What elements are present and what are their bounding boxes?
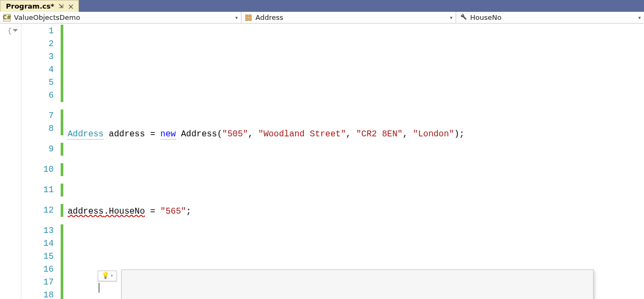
chevron-down-icon: ▾ [235, 15, 238, 20]
pin-icon[interactable]: ⇲ [58, 3, 63, 10]
line-number: 14 [21, 237, 54, 250]
quick-actions-lightbulb[interactable]: 💡 ▾ [98, 271, 117, 281]
type-label: Address [255, 13, 283, 21]
code-line: 💡 ▾ string Address.HouseNo { get; privat… [68, 269, 644, 282]
line-number: 10 [21, 163, 54, 176]
wrench-icon [459, 14, 467, 21]
change-tracking-margin [60, 24, 64, 299]
line-number: 17 [21, 276, 54, 289]
type-combo[interactable]: Address ▾ [241, 12, 456, 23]
line-number: 15 [21, 250, 54, 263]
line-number: 6 [21, 89, 54, 102]
chevron-down-icon: ▾ [111, 269, 113, 282]
code-surface[interactable]: Address address = new Address("505", "Wo… [64, 24, 644, 299]
line-number: 11 [21, 184, 54, 196]
navigation-bar: C# ValueObjectsDemo ▾ Address ▾ HouseNo … [0, 12, 644, 24]
text-caret [99, 283, 99, 293]
document-tab-row: Program.cs* ⇲ × [0, 0, 644, 12]
line-number: 8 [21, 122, 54, 135]
lightbulb-icon: 💡 [101, 269, 109, 282]
line-number: 9 [21, 143, 54, 156]
code-line: Address address = new Address("505", "Wo… [68, 128, 644, 141]
chevron-down-icon: ▾ [638, 15, 641, 20]
code-line [68, 50, 644, 63]
line-number-gutter: 1 2 3 4 5 6 7 8 9 10 11 12 13 14 15 16 1… [21, 24, 60, 299]
member-combo[interactable]: HouseNo ▾ [456, 12, 644, 23]
line-number: 7 [21, 110, 54, 122]
line-number: 13 [21, 224, 54, 237]
code-line [68, 89, 644, 102]
member-label: HouseNo [470, 13, 501, 21]
chevron-down-icon: ▾ [450, 15, 452, 20]
line-number: 5 [21, 76, 54, 89]
svg-rect-3 [249, 18, 251, 20]
document-tab-program-cs[interactable]: Program.cs* ⇲ × [0, 0, 79, 12]
class-icon [245, 14, 252, 21]
line-number: 2 [21, 38, 54, 50]
svg-rect-1 [249, 14, 251, 17]
scope-label: ValueObjectsDemo [14, 13, 80, 21]
line-number: 12 [21, 204, 54, 217]
svg-rect-2 [246, 18, 248, 20]
change-marker [61, 25, 63, 38]
collapsed-region-hint[interactable]: {⏷ [0, 25, 21, 38]
csharp-file-icon: C# [3, 14, 11, 21]
close-icon[interactable]: × [68, 2, 74, 11]
line-number: 4 [21, 63, 54, 76]
svg-rect-0 [246, 14, 248, 17]
code-line [68, 166, 644, 179]
code-line: address.HouseNo = "565"; [68, 205, 644, 218]
code-editor[interactable]: {⏷ 1 2 3 4 5 6 7 8 9 10 11 12 13 14 15 1… [0, 24, 644, 299]
scope-combo[interactable]: C# ValueObjectsDemo ▾ [0, 12, 241, 23]
line-number: 3 [21, 50, 54, 63]
line-number: 16 [21, 263, 54, 276]
error-tooltip: string Address.HouseNo { get; private se… [121, 269, 594, 299]
tab-title: Program.cs* [6, 2, 54, 10]
line-number: 18 [21, 289, 54, 299]
outlining-margin: {⏷ [0, 24, 21, 299]
line-number: 1 [21, 25, 54, 38]
